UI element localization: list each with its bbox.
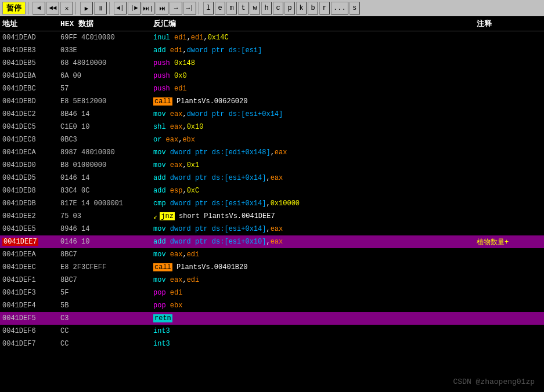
toolbar-btn-step-in[interactable]: ◄| — [114, 2, 127, 14]
cell-hex: C3 — [58, 314, 151, 322]
cell-hex: 83C4 0C — [58, 187, 151, 195]
table-row[interactable]: 0041DED0B8 01000000mov eax,0x1 — [0, 159, 544, 172]
toolbar-btn-s[interactable]: s — [350, 2, 360, 14]
cell-disasm: ↙jnz short PlantsVs.0041DEE7 — [151, 212, 474, 221]
toolbar-btn-ellipsis[interactable]: ... — [331, 2, 348, 14]
toolbar-btn-run-to[interactable]: ⏭ — [156, 2, 168, 14]
table-row[interactable]: 0041DEF45Bpop ebx — [0, 299, 544, 312]
table-row[interactable]: 0041DEF35Fpop edi — [0, 286, 544, 299]
table-row[interactable]: 0041DEBC57push edi — [0, 82, 544, 95]
cell-disasm: mov dword ptr ds:[esi+0x14],eax — [151, 225, 474, 233]
cell-disasm: int3 — [151, 340, 474, 348]
cell-disasm: cmp dword ptr ds:[esi+0x14],0x10000 — [151, 199, 474, 208]
table-row[interactable]: 0041DEF6CCint3 — [0, 325, 544, 337]
table-row[interactable]: 0041DED50146 14add dword ptr ds:[esi+0x1… — [0, 172, 544, 184]
cell-hex: B8 01000000 — [58, 161, 151, 169]
toolbar-btn-p[interactable]: p — [284, 2, 295, 14]
table-row[interactable]: 0041DEE58946 14mov dword ptr ds:[esi+0x1… — [0, 223, 544, 235]
cell-disasm: shl eax,0x10 — [151, 123, 474, 131]
toolbar-btn-step-out[interactable]: |► — [128, 2, 140, 14]
cell-address: 0041DED8 — [0, 187, 58, 195]
table-row[interactable]: 0041DEF18BC7mov eax,edi — [0, 274, 544, 286]
cell-address: 0041DEC8 — [0, 136, 58, 144]
table-row[interactable]: 0041DEDB817E 14 0000001cmp dword ptr ds:… — [0, 197, 544, 210]
cell-disasm: mov eax,dword ptr ds:[esi+0x14] — [151, 110, 474, 118]
toolbar-btn-t[interactable]: t — [238, 2, 248, 14]
table-row[interactable]: 0041DEC28B46 14mov eax,dword ptr ds:[esi… — [0, 108, 544, 121]
table-row[interactable]: 0041DEBA6A 00push 0x0 — [0, 70, 544, 82]
toolbar-btn-h[interactable]: h — [261, 2, 272, 14]
table-row[interactable]: 0041DEAD69FF 4C010000inul edi,edi,0x14C — [0, 31, 544, 44]
table-row[interactable]: 0041DEF5C3retn — [0, 312, 544, 325]
toolbar-btn-k[interactable]: k — [296, 2, 307, 14]
toolbar-btn-m[interactable]: m — [226, 2, 237, 14]
cell-address: 0041DEF1 — [0, 276, 58, 284]
cell-disasm: inul edi,edi,0x14C — [151, 34, 474, 42]
cell-address: 0041DEF4 — [0, 302, 58, 310]
cell-comment: 植物数量+ — [474, 237, 544, 247]
cell-address: 0041DEC2 — [0, 110, 58, 118]
toolbar-btn-arrow[interactable]: → — [170, 2, 182, 14]
cell-address: 0041DEE5 — [0, 225, 58, 233]
toolbar-btn-rewind2[interactable]: ◄◄ — [46, 2, 59, 14]
cell-hex: E8 5E812000 — [58, 97, 151, 106]
cell-hex: C1E0 10 — [58, 123, 151, 131]
cell-address: 0041DEBD — [0, 97, 58, 106]
pause-label[interactable]: 暂停 — [2, 2, 26, 14]
cell-address: 0041DEDB — [0, 199, 58, 208]
cell-address: 0041DEF5 — [0, 314, 58, 322]
cell-disasm: int3 — [151, 327, 474, 335]
cell-address: 0041DEEA — [0, 251, 58, 259]
table-row[interactable]: 0041DEECE8 2F3CFEFFcall PlantsVs.00401B2… — [0, 261, 544, 274]
table-row[interactable]: 0041DEB568 48010000push 0x148 — [0, 57, 544, 70]
toolbar-btn-c[interactable]: c — [273, 2, 283, 14]
cell-disasm: push edi — [151, 85, 474, 93]
table-row[interactable]: 0041DEBDE8 5E812000call PlantsVs.0062602… — [0, 95, 544, 108]
code-area: 0041DEAD69FF 4C010000inul edi,edi,0x14C0… — [0, 31, 544, 350]
cell-hex: 8946 14 — [58, 225, 151, 233]
cell-hex: 5B — [58, 302, 151, 310]
cell-disasm: add dword ptr ds:[esi+0x14],eax — [151, 174, 474, 182]
table-row[interactable]: 0041DEE70146 10add dword ptr ds:[esi+0x1… — [0, 235, 544, 248]
toolbar-btn-rewind[interactable]: ◄ — [33, 2, 45, 14]
toolbar-btn-r[interactable]: r — [319, 2, 330, 14]
cell-hex: CC — [58, 340, 151, 348]
cell-address: 0041DED0 — [0, 161, 58, 169]
table-row[interactable]: 0041DEB3033Eadd edi,dword ptr ds:[esi] — [0, 44, 544, 57]
cell-address: 0041DEB5 — [0, 59, 58, 67]
table-row[interactable]: 0041DEC80BC3or eax,ebx — [0, 133, 544, 146]
toolbar-btn-close[interactable]: ✕ — [60, 2, 73, 14]
toolbar-btn-play[interactable]: ▶ — [80, 2, 93, 14]
toolbar-btn-e[interactable]: e — [215, 2, 225, 14]
col-header-hex: HEX 数据 — [58, 19, 151, 29]
watermark: CSDN @zhaopeng01zp — [453, 378, 535, 386]
table-row[interactable]: 0041DEE275 03↙jnz short PlantsVs.0041DEE… — [0, 210, 544, 223]
toolbar: 暂停 ◄ ◄◄ ✕ ▶ ⏸ ◄| |► ⏭| ⏭ → →| l e m t w … — [0, 0, 544, 16]
toolbar-btn-l[interactable]: l — [203, 2, 214, 14]
toolbar-btn-b[interactable]: b — [308, 2, 318, 14]
cell-disasm: or eax,ebx — [151, 136, 474, 144]
cell-hex: 8B46 14 — [58, 110, 151, 118]
column-headers: 地址 HEX 数据 反汇编 注释 — [0, 16, 544, 31]
cell-disasm: mov dword ptr ds:[edi+0x148],eax — [151, 148, 474, 157]
cell-disasm: call PlantsVs.00401B20 — [151, 263, 474, 271]
table-row[interactable]: 0041DEEA8BC7mov eax,edi — [0, 248, 544, 261]
cell-address: 0041DEF3 — [0, 289, 58, 297]
cell-hex: 0BC3 — [58, 136, 151, 144]
toolbar-btn-w[interactable]: w — [250, 2, 260, 14]
toolbar-btn-step-over[interactable]: ⏭| — [142, 2, 154, 14]
table-row[interactable]: 0041DEF7CCint3 — [0, 337, 544, 350]
cell-hex: 6A 00 — [58, 72, 151, 80]
table-row[interactable]: 0041DECA8987 48010000mov dword ptr ds:[e… — [0, 146, 544, 159]
table-row[interactable]: 0041DEC5C1E0 10shl eax,0x10 — [0, 121, 544, 133]
toolbar-btn-pause[interactable]: ⏸ — [94, 2, 107, 14]
cell-address: 0041DEB3 — [0, 46, 58, 55]
cell-address: 0041DEBA — [0, 72, 58, 80]
cell-disasm: mov eax,edi — [151, 276, 474, 284]
toolbar-btn-arrow2[interactable]: →| — [183, 2, 196, 14]
cell-address: 0041DECA — [0, 148, 58, 157]
table-row[interactable]: 0041DED883C4 0Cadd esp,0xC — [0, 184, 544, 197]
col-header-comment: 注释 — [474, 19, 544, 29]
cell-address: 0041DEAD — [0, 34, 58, 42]
cell-hex: 8987 48010000 — [58, 148, 151, 157]
